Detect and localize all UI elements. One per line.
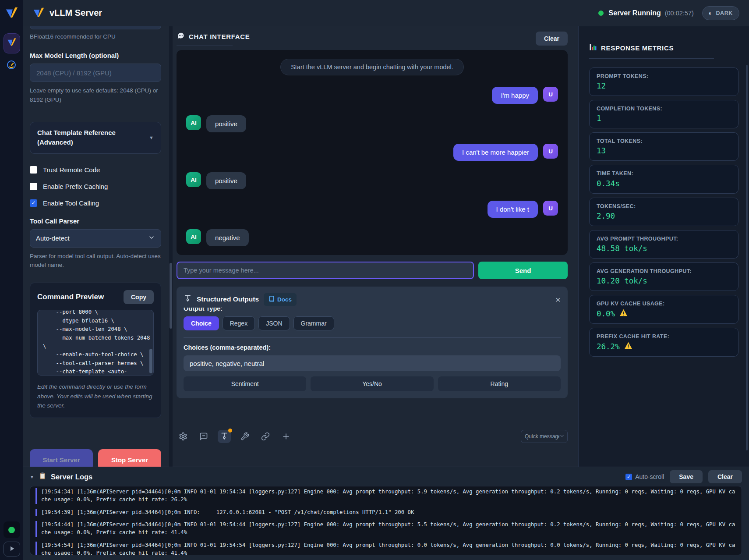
chat-message-ai: AInegative bbox=[186, 229, 558, 246]
send-button[interactable]: Send bbox=[478, 262, 568, 279]
autoscroll-toggle[interactable]: ✓ bbox=[625, 474, 632, 480]
structured-outputs-body: Output Type: ChoiceRegexJSONGrammar Choi… bbox=[184, 308, 561, 391]
message-bubble: negative bbox=[206, 229, 249, 246]
output-type-json-button[interactable]: JSON bbox=[258, 316, 290, 330]
wrench-icon[interactable] bbox=[238, 430, 251, 443]
book-icon bbox=[269, 296, 275, 303]
copy-command-button[interactable]: Copy bbox=[124, 290, 154, 304]
header-status-area: Server Running (00:02:57) ◐ DARK bbox=[598, 6, 739, 20]
active-badge-dot bbox=[228, 429, 232, 432]
sidebar-checkbox-list: Trust Remote CodeEnable Prefix Caching✓E… bbox=[30, 166, 161, 207]
clear-logs-button[interactable]: Clear bbox=[708, 470, 742, 483]
metric-label: TOTAL TOKENS: bbox=[597, 137, 731, 145]
metric-value: 10.20 tok/s bbox=[597, 276, 731, 285]
structured-outputs-toggle-icon[interactable] bbox=[218, 430, 231, 443]
server-logs-header: ▼ Server Logs ✓ Auto-scroll Save Clear bbox=[30, 470, 742, 484]
message-bubble: positive bbox=[206, 115, 246, 132]
log-entry: [19:54:39] [1;36m(APIServer pid=34464)[0… bbox=[35, 509, 736, 517]
expand-panel-button[interactable] bbox=[4, 542, 20, 556]
max-model-length-input[interactable] bbox=[30, 64, 161, 82]
ai-avatar: AI bbox=[186, 115, 201, 130]
checked-checkbox-icon[interactable]: ✓ bbox=[30, 199, 37, 207]
server-logs-title: Server Logs bbox=[51, 473, 92, 481]
output-type-grammar-button[interactable]: Grammar bbox=[293, 316, 334, 330]
metric-card-prompt-tokens: PROMPT TOKENS:12 bbox=[589, 67, 738, 96]
metric-value: 1 bbox=[597, 114, 731, 123]
metric-value: 12 bbox=[597, 82, 731, 90]
preset-rating-button[interactable]: Rating bbox=[438, 376, 561, 391]
vllm-server-app: vLLM Server Server Running (00:02:57) ◐ … bbox=[0, 0, 749, 560]
tool-call-parser-label: Tool Call Parser bbox=[30, 217, 161, 225]
sidebar-scrollbar[interactable] bbox=[169, 26, 173, 467]
metric-value: 2.90 bbox=[597, 212, 731, 220]
chat-message-input[interactable] bbox=[177, 262, 474, 279]
chat-message-user: I don't like tU bbox=[186, 201, 558, 218]
ai-avatar: AI bbox=[186, 172, 201, 187]
checkbox-enable-prefix-caching[interactable]: Enable Prefix Caching bbox=[30, 183, 161, 190]
chat-panel: CHAT INTERFACE Clear Start the vLLM serv… bbox=[177, 26, 568, 467]
checkbox-trust-remote-code[interactable]: Trust Remote Code bbox=[30, 166, 161, 174]
message-bubble: I can't be more happier bbox=[453, 144, 538, 161]
close-icon[interactable]: × bbox=[555, 295, 561, 304]
theme-toggle-button[interactable]: ◐ DARK bbox=[702, 6, 739, 20]
unchecked-checkbox-icon[interactable] bbox=[30, 183, 37, 190]
output-type-regex-button[interactable]: Regex bbox=[223, 316, 255, 330]
server-status-label: Server Running bbox=[609, 9, 661, 17]
metric-value: 26.2% bbox=[597, 342, 731, 351]
output-type-choice-button[interactable]: Choice bbox=[184, 316, 219, 330]
autoscroll-checkbox[interactable]: ✓ bbox=[625, 474, 632, 480]
message-bubble: positive bbox=[206, 172, 246, 189]
start-server-button[interactable]: Start Server bbox=[30, 449, 93, 467]
message-square-icon[interactable] bbox=[197, 430, 210, 443]
metric-label: AVG GENERATION THROUGHPUT: bbox=[597, 267, 731, 275]
uptime-timer: (00:02:57) bbox=[665, 10, 694, 17]
sidebar-scrollbar-thumb[interactable] bbox=[170, 263, 172, 329]
max-model-length-label: Max Model Length (optional) bbox=[30, 52, 161, 59]
dtype-select-partial[interactable] bbox=[30, 26, 161, 29]
tool-call-parser-select[interactable]: Auto-detect bbox=[30, 229, 161, 248]
toolbar-divider bbox=[521, 424, 568, 424]
choices-input[interactable] bbox=[184, 355, 561, 371]
metrics-scrollbar[interactable] bbox=[746, 65, 748, 450]
docs-link[interactable]: Docs bbox=[264, 293, 297, 306]
checkbox-label: Enable Tool Calling bbox=[43, 199, 99, 207]
stop-server-button[interactable]: Stop Server bbox=[98, 449, 161, 467]
preset-yes-no-button[interactable]: Yes/No bbox=[311, 376, 433, 391]
command-preview-editor[interactable]: --port 8000 \ --dtype bfloat16 \ --max-m… bbox=[37, 310, 154, 376]
chat-input-row: Send bbox=[177, 262, 568, 279]
checkbox-label: Trust Remote Code bbox=[43, 166, 100, 174]
response-metrics-title: RESPONSE METRICS bbox=[601, 44, 674, 52]
chevron-down-icon bbox=[148, 234, 155, 242]
add-icon[interactable] bbox=[279, 430, 293, 443]
quick-messages-select[interactable]: Quick messages... bbox=[521, 430, 568, 443]
command-preview-card: Command Preview Copy --port 8000 \ --dty… bbox=[30, 283, 161, 418]
link-icon[interactable] bbox=[259, 430, 272, 443]
metric-card-prefix-cache-hit-rate: PREFIX CACHE HIT RATE:26.2% bbox=[589, 328, 738, 357]
collapse-caret-icon[interactable]: ▼ bbox=[30, 475, 34, 479]
log-entries[interactable]: [19:54:34] [1;36m(APIServer pid=34464)[0… bbox=[30, 486, 742, 555]
quick-messages-label: Quick messages... bbox=[525, 433, 559, 439]
chat-template-reference-toggle[interactable]: Chat Template Reference (Advanced) ▼ bbox=[30, 122, 161, 154]
metric-value: 48.58 tok/s bbox=[597, 244, 731, 253]
chat-header: CHAT INTERFACE Clear bbox=[177, 32, 568, 46]
checkbox-enable-tool-calling[interactable]: ✓Enable Tool Calling bbox=[30, 199, 161, 207]
command-editor-scrollbar[interactable] bbox=[149, 349, 152, 373]
server-logs-panel: ▼ Server Logs ✓ Auto-scroll Save Clear [… bbox=[23, 467, 749, 560]
save-logs-button[interactable]: Save bbox=[670, 470, 703, 483]
output-type-label: Output Type: bbox=[184, 308, 561, 312]
unchecked-checkbox-icon[interactable] bbox=[30, 166, 37, 174]
preset-sentiment-button[interactable]: Sentiment bbox=[184, 376, 306, 391]
message-bubble: I'm happy bbox=[492, 87, 538, 104]
metric-value: 0.0% bbox=[597, 309, 731, 318]
clear-chat-button[interactable]: Clear bbox=[536, 32, 568, 46]
output-type-row: ChoiceRegexJSONGrammar bbox=[184, 316, 561, 330]
log-entry: [19:54:44] [1;36m(APIServer pid=34464)[0… bbox=[35, 521, 736, 537]
ai-avatar: AI bbox=[186, 229, 201, 244]
rail-item-vllm-server[interactable] bbox=[4, 33, 20, 53]
server-control-buttons: Start Server Stop Server bbox=[30, 449, 161, 467]
settings-gear-icon[interactable] bbox=[177, 430, 190, 443]
vllm-logo-icon bbox=[33, 7, 45, 19]
page-title: vLLM Server bbox=[49, 8, 102, 18]
gauge-icon[interactable] bbox=[6, 60, 18, 72]
metric-card-total-tokens: TOTAL TOKENS:13 bbox=[589, 132, 738, 161]
